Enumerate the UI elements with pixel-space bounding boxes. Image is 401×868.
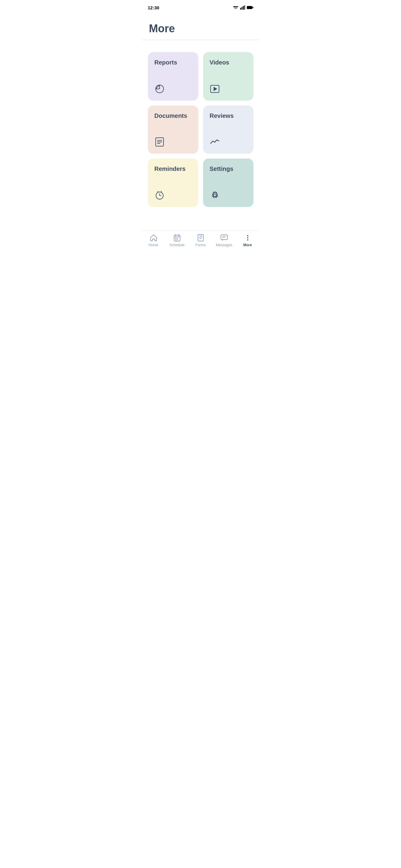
messages-icon — [220, 234, 228, 242]
nav-home-label: Home — [148, 243, 158, 247]
nav-item-messages[interactable]: Messages — [212, 234, 236, 247]
more-icon — [244, 234, 252, 242]
svg-rect-30 — [175, 238, 176, 239]
status-time: 12:30 — [148, 5, 159, 10]
forms-icon — [197, 234, 205, 242]
cards-grid: Reports Videos Documents — [142, 47, 259, 212]
nav-messages-label: Messages — [216, 243, 232, 247]
svg-rect-34 — [198, 235, 203, 241]
card-documents[interactable]: Documents — [148, 105, 198, 154]
nav-item-forms[interactable]: Forms — [189, 234, 212, 247]
documents-icon — [154, 137, 192, 148]
svg-point-41 — [247, 239, 248, 241]
svg-rect-31 — [177, 238, 178, 239]
card-reminders-label: Reminders — [154, 165, 192, 173]
reviews-icon — [210, 137, 247, 148]
reminders-icon — [154, 190, 192, 202]
nav-more-label: More — [243, 243, 252, 247]
svg-marker-3 — [234, 8, 237, 10]
svg-rect-32 — [175, 239, 176, 240]
card-reviews[interactable]: Reviews — [203, 105, 254, 154]
page-title: More — [149, 22, 252, 35]
svg-rect-9 — [252, 7, 253, 8]
wifi-icon — [233, 5, 238, 10]
home-icon — [150, 234, 157, 242]
status-icons — [233, 5, 254, 10]
svg-line-23 — [157, 191, 158, 192]
signal-icon — [240, 5, 245, 10]
card-videos-label: Videos — [210, 59, 247, 66]
nav-schedule-label: Schedule — [169, 243, 184, 247]
nav-forms-label: Forms — [196, 243, 206, 247]
card-settings-label: Settings — [210, 165, 247, 173]
spacer — [142, 212, 259, 230]
svg-rect-6 — [243, 6, 244, 10]
nav-item-home[interactable]: Home — [142, 234, 165, 247]
videos-icon — [210, 84, 247, 95]
card-settings[interactable]: Settings — [203, 158, 254, 207]
svg-line-24 — [161, 191, 162, 192]
schedule-icon — [173, 234, 181, 242]
nav-item-schedule[interactable]: Schedule — [165, 234, 189, 247]
card-reports[interactable]: Reports — [148, 52, 198, 101]
reports-icon — [154, 84, 192, 95]
svg-rect-33 — [177, 239, 178, 240]
svg-rect-36 — [221, 235, 228, 240]
svg-rect-7 — [244, 5, 245, 10]
card-reports-label: Reports — [154, 59, 192, 66]
card-videos[interactable]: Videos — [203, 52, 254, 101]
nav-item-more[interactable]: More — [236, 234, 259, 247]
bottom-nav: Home Schedule Forms Mes — [142, 230, 259, 254]
status-bar: 12:30 — [142, 0, 259, 13]
card-reviews-label: Reviews — [210, 112, 247, 119]
card-reminders[interactable]: Reminders — [148, 158, 198, 207]
settings-icon — [210, 190, 247, 202]
card-documents-label: Documents — [154, 112, 192, 119]
svg-rect-4 — [240, 8, 241, 10]
svg-marker-15 — [213, 87, 217, 91]
battery-icon — [247, 6, 254, 9]
svg-point-40 — [247, 237, 248, 239]
page-header: More — [142, 13, 259, 40]
header-divider — [142, 40, 259, 40]
svg-rect-5 — [241, 7, 242, 10]
svg-rect-8 — [247, 6, 252, 9]
svg-point-39 — [247, 235, 248, 236]
